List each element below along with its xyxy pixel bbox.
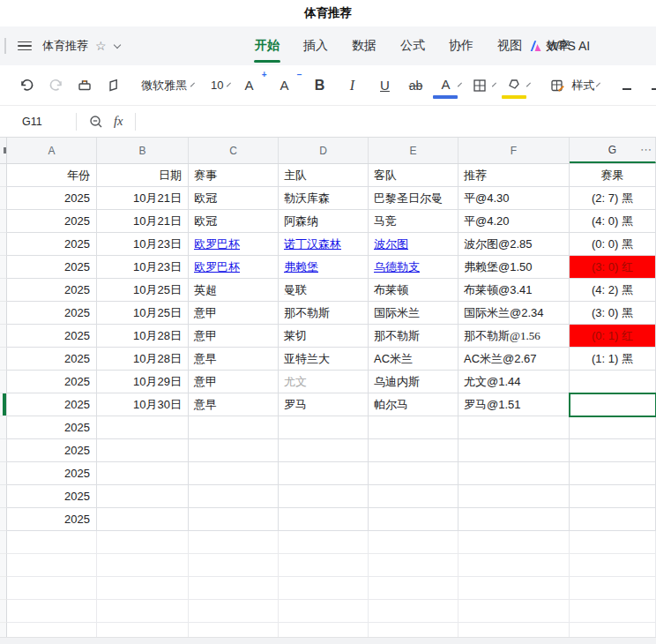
- align-left-button[interactable]: [616, 73, 637, 98]
- ribbon-tab-3[interactable]: 公式: [392, 26, 433, 65]
- cell[interactable]: [279, 531, 369, 554]
- cell[interactable]: 2025: [7, 371, 97, 393]
- cell[interactable]: [279, 577, 369, 600]
- wps-ai-button[interactable]: WPS AI: [529, 26, 590, 65]
- row-header-strip[interactable]: [0, 600, 7, 623]
- cell[interactable]: [189, 508, 279, 531]
- cell[interactable]: [189, 416, 279, 439]
- column-header-B[interactable]: B: [97, 138, 189, 163]
- ribbon-tab-4[interactable]: 协作: [441, 26, 481, 65]
- row-header-strip[interactable]: [0, 348, 7, 371]
- cell[interactable]: AC米兰@2.67: [458, 348, 570, 371]
- cell[interactable]: 乌迪内斯: [369, 371, 458, 393]
- fill-color-button[interactable]: [503, 73, 525, 98]
- cell[interactable]: 平@4.30: [458, 187, 570, 210]
- cell[interactable]: (1: 1) 黑: [570, 348, 656, 371]
- cell[interactable]: 国际米兰: [369, 302, 458, 325]
- align-center-button[interactable]: [645, 73, 656, 98]
- strikethrough-button[interactable]: ab: [405, 73, 426, 98]
- cell[interactable]: 年份: [7, 164, 97, 187]
- cell[interactable]: 那不勒斯: [369, 325, 458, 348]
- decrease-font-button[interactable]: A−: [273, 73, 294, 98]
- cell[interactable]: [189, 554, 279, 577]
- cell[interactable]: [97, 462, 189, 485]
- undo-button[interactable]: [16, 73, 37, 98]
- cell[interactable]: [369, 531, 458, 554]
- cell[interactable]: 莱切: [279, 325, 369, 348]
- cell[interactable]: 勒沃库森: [279, 187, 369, 210]
- row-header-strip[interactable]: [0, 531, 7, 554]
- cell[interactable]: [369, 554, 458, 577]
- cell[interactable]: 2025: [7, 393, 97, 416]
- cell[interactable]: 弗赖堡@1.50: [458, 256, 570, 279]
- cell[interactable]: [97, 508, 189, 531]
- cell[interactable]: [369, 508, 458, 531]
- cell[interactable]: 乌德勒支: [369, 256, 458, 279]
- cell[interactable]: (2: 7) 黑: [570, 187, 656, 210]
- row-header-strip[interactable]: [0, 371, 7, 393]
- cell[interactable]: (3: 0) 红: [570, 256, 656, 279]
- ribbon-tab-2[interactable]: 数据: [344, 26, 384, 65]
- cell[interactable]: [7, 554, 97, 577]
- cell[interactable]: 诺丁汉森林: [279, 233, 369, 256]
- cell[interactable]: 意早: [189, 393, 279, 416]
- cell[interactable]: 2025: [7, 416, 97, 439]
- cell[interactable]: 10月23日: [97, 256, 189, 279]
- cell[interactable]: 马竞: [369, 210, 458, 233]
- cell[interactable]: 亚特兰大: [279, 348, 369, 371]
- cell[interactable]: 帕尔马: [369, 393, 458, 416]
- star-icon[interactable]: ☆: [95, 39, 107, 53]
- cell[interactable]: 2025: [7, 302, 97, 325]
- column-header-A[interactable]: A: [7, 138, 97, 163]
- cell[interactable]: [570, 577, 656, 600]
- cell[interactable]: 10月25日: [97, 302, 189, 325]
- row-header-strip[interactable]: [0, 187, 7, 210]
- formula-input[interactable]: [136, 106, 656, 137]
- cell[interactable]: 2025: [7, 348, 97, 371]
- cell[interactable]: [458, 485, 570, 508]
- cell[interactable]: [189, 531, 279, 554]
- cell[interactable]: 波尔图: [369, 233, 458, 256]
- cell[interactable]: [97, 600, 189, 623]
- cell[interactable]: 10月23日: [97, 233, 189, 256]
- cell[interactable]: [570, 462, 656, 485]
- cell[interactable]: [189, 485, 279, 508]
- chevron-down-icon[interactable]: [526, 82, 531, 86]
- cell[interactable]: 主队: [279, 164, 369, 187]
- cell[interactable]: 2025: [7, 210, 97, 233]
- cell[interactable]: 布莱顿: [369, 279, 458, 302]
- row-header-strip[interactable]: [0, 393, 7, 416]
- cell[interactable]: [7, 577, 97, 600]
- row-header-strip[interactable]: [0, 279, 7, 302]
- cell[interactable]: 欧罗巴杯: [189, 256, 279, 279]
- cell[interactable]: [458, 577, 570, 600]
- cell[interactable]: [458, 508, 570, 531]
- cell[interactable]: 巴黎圣日尔曼: [369, 187, 458, 210]
- cell[interactable]: 意甲: [189, 325, 279, 348]
- font-size-select[interactable]: 10: [211, 79, 223, 92]
- cell[interactable]: 波尔图@2.85: [458, 233, 570, 256]
- row-header-strip[interactable]: [0, 164, 7, 187]
- cell[interactable]: 英超: [189, 279, 279, 302]
- cell[interactable]: [189, 439, 279, 462]
- cell[interactable]: 意甲: [189, 371, 279, 393]
- font-name-select[interactable]: 微软雅黑: [141, 78, 187, 94]
- cell[interactable]: [369, 439, 458, 462]
- cell[interactable]: 2025: [7, 462, 97, 485]
- select-all-corner[interactable]: [0, 138, 7, 163]
- row-header-strip[interactable]: [0, 325, 7, 348]
- insert-function-icon[interactable]: fx: [114, 114, 123, 129]
- row-header-strip[interactable]: [0, 439, 7, 462]
- cell[interactable]: [570, 393, 656, 416]
- cell[interactable]: 2025: [7, 279, 97, 302]
- column-header-F[interactable]: F: [458, 138, 570, 163]
- cell[interactable]: 平@4.20: [458, 210, 570, 233]
- cell[interactable]: (0: 0) 黑: [570, 233, 656, 256]
- chevron-down-icon[interactable]: [113, 41, 120, 48]
- cell[interactable]: 阿森纳: [279, 210, 369, 233]
- cell[interactable]: [458, 462, 570, 485]
- cell[interactable]: [189, 600, 279, 623]
- cell[interactable]: [369, 600, 458, 623]
- cell[interactable]: [7, 531, 97, 554]
- cell-reference-box[interactable]: G11: [0, 116, 76, 128]
